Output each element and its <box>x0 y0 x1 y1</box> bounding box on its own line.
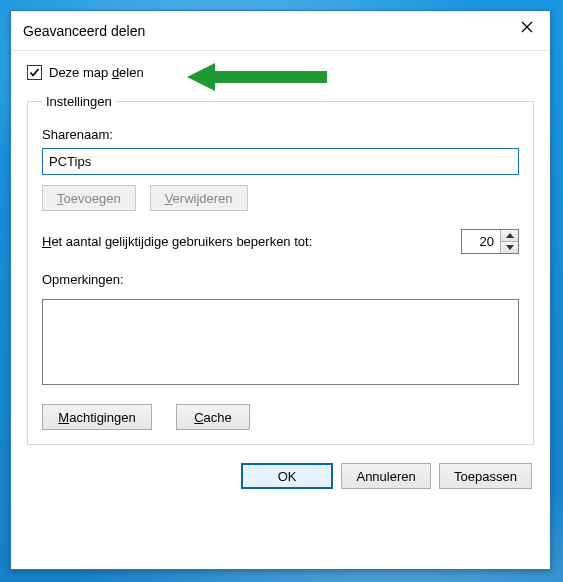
settings-group: Instellingen Sharenaam: Toevoegen Verwij… <box>27 94 534 445</box>
user-limit-input[interactable] <box>462 230 500 253</box>
add-button: Toevoegen <box>42 185 136 211</box>
share-folder-row: Deze map delen <box>27 65 534 80</box>
close-button[interactable] <box>504 11 550 43</box>
window-title: Geavanceerd delen <box>23 23 145 39</box>
svg-marker-3 <box>506 233 514 238</box>
user-limit-row: Het aantal gelijktijdige gebruikers bepe… <box>42 229 519 254</box>
remarks-textarea[interactable] <box>42 299 519 385</box>
user-limit-spinner <box>461 229 519 254</box>
spinner-buttons <box>500 230 518 253</box>
permissions-button[interactable]: Machtigingen <box>42 404 152 430</box>
svg-marker-2 <box>187 63 327 91</box>
share-folder-checkbox[interactable] <box>27 65 42 80</box>
client-area: Deze map delen Instellingen Sharenaam: T… <box>11 51 550 569</box>
titlebar: Geavanceerd delen <box>11 11 550 51</box>
share-folder-label[interactable]: Deze map delen <box>49 65 144 80</box>
cache-button[interactable]: Cache <box>176 404 250 430</box>
settings-legend: Instellingen <box>42 94 116 109</box>
checkmark-icon <box>29 67 40 78</box>
cancel-button[interactable]: Annuleren <box>341 463 431 489</box>
sharename-label: Sharenaam: <box>42 127 519 142</box>
spinner-up-button[interactable] <box>501 230 518 241</box>
permissions-row: Machtigingen Cache <box>42 404 519 430</box>
ok-button[interactable]: OK <box>241 463 333 489</box>
spinner-down-button[interactable] <box>501 241 518 253</box>
desktop-background: Geavanceerd delen Deze map delen <box>0 0 563 582</box>
advanced-sharing-dialog: Geavanceerd delen Deze map delen <box>10 10 551 570</box>
dialog-footer: OK Annuleren Toepassen <box>27 459 534 491</box>
sharename-input[interactable] <box>42 148 519 175</box>
user-limit-label: Het aantal gelijktijdige gebruikers bepe… <box>42 234 312 249</box>
chevron-down-icon <box>506 245 514 250</box>
close-icon <box>521 21 533 33</box>
sharename-buttons-row: Toevoegen Verwijderen <box>42 185 519 211</box>
chevron-up-icon <box>506 233 514 238</box>
apply-button[interactable]: Toepassen <box>439 463 532 489</box>
annotation-arrow <box>187 61 327 93</box>
remarks-label: Opmerkingen: <box>42 272 519 287</box>
remove-button: Verwijderen <box>150 185 248 211</box>
svg-marker-4 <box>506 245 514 250</box>
